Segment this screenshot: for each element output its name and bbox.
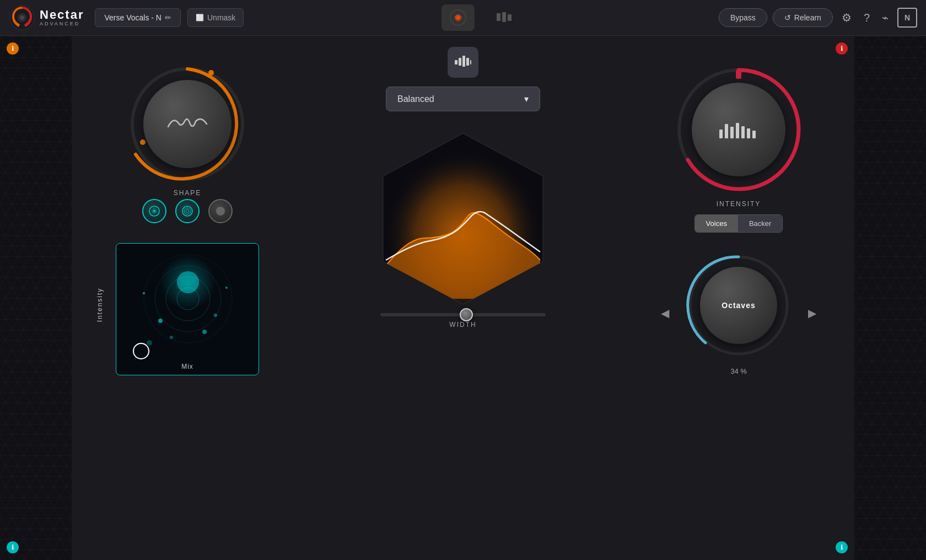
top-right-indicator: ℹ — [836, 42, 848, 55]
octaves-row: ◀ Octaves 34 % — [655, 250, 822, 375]
svg-rect-32 — [455, 60, 457, 64]
bottom-right-indicator: ℹ — [836, 541, 848, 553]
midi-button[interactable]: ⌁ — [879, 8, 892, 28]
svg-point-16 — [184, 208, 191, 214]
arrow-right-icon: ▶ — [808, 307, 816, 319]
visualizer-box[interactable]: Mix — [116, 243, 259, 375]
width-section: WIDTH — [325, 313, 601, 329]
voices-backer-group: Voices Backer — [694, 214, 783, 233]
width-slider-track[interactable] — [380, 313, 546, 316]
vis-area: Intensity — [116, 234, 259, 375]
main-content: ℹ ℹ — [0, 36, 926, 560]
intensity-knob[interactable] — [692, 83, 785, 176]
bypass-label: Bypass — [730, 13, 756, 22]
modules-icon — [494, 8, 514, 28]
shape-knob[interactable] — [143, 80, 232, 168]
svg-point-29 — [225, 287, 228, 289]
svg-rect-45 — [736, 123, 739, 138]
shape-btn-3[interactable] — [208, 199, 233, 223]
svg-point-11 — [208, 70, 214, 76]
svg-point-26 — [214, 314, 217, 317]
logo-sub: ADVANCED — [40, 21, 84, 26]
unmask-label: Unmask — [207, 13, 235, 22]
shape-waveform-icon — [165, 110, 209, 138]
svg-rect-41 — [736, 70, 741, 79]
shape-btn-3-icon — [214, 205, 227, 217]
svg-rect-6 — [497, 13, 500, 21]
shape-knob-label: SHAPE — [174, 189, 202, 197]
nectar-logo-icon — [9, 4, 35, 31]
width-slider-thumb[interactable] — [460, 308, 473, 321]
relearn-button[interactable]: ↺ Relearn — [773, 8, 833, 27]
hex-pattern-right — [854, 36, 926, 560]
svg-point-28 — [143, 292, 145, 294]
logo-text: Nectar ADVANCED — [40, 9, 84, 26]
svg-point-30 — [202, 330, 207, 334]
dropdown-value: Balanced — [397, 94, 434, 104]
logo-area: Nectar ADVANCED — [9, 4, 84, 31]
shape-btn-1-icon — [148, 205, 160, 217]
percent-label: 34 % — [730, 367, 747, 375]
shape-btn-2[interactable] — [175, 199, 200, 223]
nav-mix-button[interactable] — [442, 4, 475, 31]
voices-button[interactable]: Voices — [695, 215, 738, 232]
arrow-left-button[interactable]: ◀ — [655, 301, 675, 325]
svg-point-10 — [140, 139, 146, 145]
relearn-label: Relearn — [794, 13, 821, 22]
svg-rect-43 — [725, 124, 728, 138]
center-panel: Balanced ▾ — [303, 36, 623, 560]
svg-rect-47 — [747, 128, 750, 138]
right-panel: ℹ — [623, 36, 854, 560]
svg-point-2 — [20, 15, 24, 20]
intensity-knob-container: INTENSITY — [672, 63, 805, 208]
octaves-knob-ring[interactable]: Octaves — [683, 250, 794, 360]
svg-rect-44 — [730, 127, 734, 138]
vis-handle[interactable] — [133, 343, 149, 359]
arrow-right-button[interactable]: ▶ — [803, 301, 822, 325]
shape-btn-1[interactable] — [142, 199, 166, 223]
shape-btn-2-icon — [181, 205, 193, 217]
intensity-knob-label: INTENSITY — [717, 200, 761, 208]
svg-point-24 — [177, 271, 199, 293]
midi-icon: ⌁ — [882, 12, 889, 24]
help-button[interactable]: ? — [860, 8, 873, 28]
svg-point-31 — [147, 340, 152, 346]
svg-rect-46 — [741, 126, 745, 138]
svg-rect-33 — [459, 58, 461, 66]
header-center-nav — [250, 4, 712, 31]
svg-rect-7 — [502, 12, 506, 22]
intensity-vis-label: Intensity — [96, 288, 104, 322]
bypass-button[interactable]: Bypass — [719, 8, 767, 27]
settings-button[interactable]: ⚙ — [838, 8, 855, 28]
ni-logo: N — [897, 8, 917, 28]
hex-viz-svg — [375, 128, 551, 304]
nav-modules-button[interactable] — [488, 4, 521, 31]
hex-visualizer — [375, 128, 551, 304]
svg-rect-48 — [752, 131, 756, 138]
shape-knob-ring[interactable] — [127, 63, 248, 185]
svg-point-5 — [456, 16, 460, 19]
relearn-icon: ↺ — [784, 13, 791, 22]
logo-name: Nectar — [40, 9, 84, 21]
unmask-icon: ⬜ — [196, 14, 204, 21]
edit-icon: ✏ — [165, 13, 171, 22]
octaves-knob[interactable]: Octaves — [700, 267, 777, 344]
svg-rect-36 — [470, 60, 471, 64]
unmask-button[interactable]: ⬜ Unmask — [187, 8, 244, 27]
chevron-down-icon: ▾ — [524, 94, 529, 104]
mode-dropdown[interactable]: Balanced ▾ — [386, 87, 540, 111]
intensity-eq-icon — [717, 119, 761, 141]
svg-point-27 — [170, 336, 173, 339]
bottom-left-indicator: ℹ — [7, 541, 19, 553]
left-hex-bg: ℹ ℹ — [0, 36, 72, 560]
intensity-knob-ring[interactable] — [672, 63, 805, 196]
preset-button[interactable]: Verse Vocals - N ✏ — [95, 8, 181, 27]
svg-point-18 — [216, 207, 225, 216]
svg-point-17 — [186, 209, 189, 213]
hex-pattern-left — [0, 36, 72, 560]
backer-button[interactable]: Backer — [738, 215, 782, 232]
module-icon-button[interactable] — [448, 47, 478, 78]
svg-point-25 — [158, 319, 163, 323]
svg-rect-34 — [462, 56, 465, 67]
help-icon: ? — [864, 12, 870, 24]
